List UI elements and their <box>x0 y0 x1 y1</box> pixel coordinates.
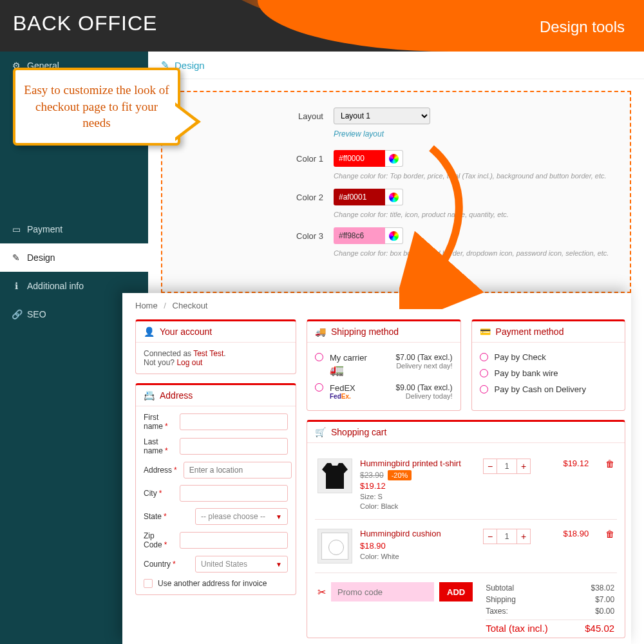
payment-option[interactable]: Pay by Check <box>480 349 618 365</box>
firstname-input[interactable] <box>180 413 288 430</box>
country-select[interactable]: United States▼ <box>195 556 288 573</box>
product-name[interactable]: Hummingbird printed t-shirt <box>360 459 475 468</box>
shipping-card: 🚚Shipping method My carrier 🚛 $7.00 (Tax… <box>307 319 461 411</box>
brush-icon: ✎ <box>12 252 21 263</box>
section-title: ✎ Design <box>148 52 644 79</box>
layout-label: Layout <box>278 111 323 121</box>
scissors-icon: ✂ <box>317 586 326 598</box>
preview-layout-link[interactable]: Preview layout <box>334 129 611 138</box>
remove-item-button[interactable]: 🗑 <box>605 459 614 469</box>
product-thumb <box>317 529 352 564</box>
address-input[interactable] <box>184 462 292 478</box>
color2-label: Color 2 <box>278 193 323 202</box>
sidebar-item-label: SEO <box>27 309 46 319</box>
rainbow-icon <box>389 231 399 241</box>
address-icon: 📇 <box>144 390 155 401</box>
card-icon: ▭ <box>12 224 21 234</box>
color1-input[interactable]: #ff0000 <box>334 150 385 167</box>
color3-label: Color 3 <box>278 231 323 241</box>
zip-input[interactable] <box>180 532 288 549</box>
color2-help: Change color for: title, icon, product n… <box>334 211 611 218</box>
address-card: 📇 Address First name* Last name* Address… <box>135 383 296 595</box>
discount-badge: -20% <box>388 470 412 480</box>
payment-option[interactable]: Pay by bank wire <box>480 365 618 381</box>
promo-add-button[interactable]: ADD <box>439 582 473 601</box>
qty-value: 1 <box>497 459 516 474</box>
line-total: $18.90 <box>550 529 589 538</box>
line-total: $19.12 <box>550 459 589 468</box>
qty-plus-button[interactable]: + <box>516 529 531 544</box>
sidebar-item-label: Design <box>27 252 55 263</box>
remove-item-button[interactable]: 🗑 <box>605 529 614 539</box>
city-input[interactable] <box>180 485 288 502</box>
product-name[interactable]: Hummingbird cushion <box>360 529 475 538</box>
rainbow-icon <box>389 193 399 202</box>
sidebar-item-design[interactable]: ✎ Design <box>0 243 148 272</box>
address-title: Address <box>160 390 193 401</box>
chevron-down-icon: ▼ <box>276 513 282 520</box>
qty-plus-button[interactable]: + <box>516 459 531 474</box>
layout-select[interactable]: Layout 1 <box>334 108 430 124</box>
state-select[interactable]: -- please choose --▼ <box>195 508 288 525</box>
cart-title: Shopping cart <box>331 427 386 437</box>
color1-label: Color 1 <box>278 154 323 164</box>
design-settings: Layout Layout 1 Preview layout Color 1 #… <box>161 91 631 293</box>
payment-card: 💳Payment method Pay by Check Pay by bank… <box>471 319 626 411</box>
truck-icon: 🚚 <box>315 327 326 337</box>
payment-title: Payment method <box>496 327 564 337</box>
payment-option[interactable]: Pay by Cash on Delivery <box>480 381 618 397</box>
info-icon: ℹ <box>12 281 21 291</box>
user-icon: 👤 <box>144 327 155 337</box>
banner-subtitle: Design tools <box>540 18 625 36</box>
callout-tooltip: Easy to customize the look of checkout p… <box>13 68 180 146</box>
qty-minus-button[interactable]: − <box>483 459 497 474</box>
carrier-icon: 🚛 <box>330 363 348 375</box>
shipping-title: Shipping method <box>331 327 399 337</box>
shipping-option[interactable]: FedEX FedEx. $9.00 (Tax excl.)Delivery t… <box>315 379 453 404</box>
sidebar-item-label: Additional info <box>27 281 84 291</box>
radio-icon <box>480 369 488 377</box>
logout-link[interactable]: Log out <box>176 358 202 367</box>
shipping-option[interactable]: My carrier 🚛 $7.00 (Tax excl.)Delivery n… <box>315 349 453 379</box>
notyou-label: Not you? <box>144 358 176 367</box>
sidebar-item-payment[interactable]: ▭ Payment <box>0 215 148 243</box>
radio-icon <box>315 353 323 361</box>
link-icon: 🔗 <box>12 309 21 319</box>
color3-picker-button[interactable] <box>385 227 403 244</box>
sidebar-item-label: Payment <box>27 224 62 234</box>
checkout-preview: Home / Checkout 👤 Your account Connected… <box>122 293 631 644</box>
alt-invoice-label: Use another address for invoice <box>158 579 267 588</box>
radio-icon <box>480 353 488 361</box>
lastname-input[interactable] <box>180 438 288 455</box>
account-card: 👤 Your account Connected as Test Test. N… <box>135 319 296 374</box>
qty-value: 1 <box>497 529 516 544</box>
qty-stepper: − 1 + <box>483 529 531 544</box>
cart-icon: 🛒 <box>315 427 326 437</box>
card-icon: 💳 <box>480 327 491 337</box>
qty-minus-button[interactable]: − <box>483 529 497 544</box>
breadcrumb-home[interactable]: Home <box>135 301 158 310</box>
chevron-down-icon: ▼ <box>276 561 282 568</box>
connected-as-label: Connected as <box>144 349 193 358</box>
color3-help: Change color for: box border, field bord… <box>334 249 611 257</box>
color3-input[interactable]: #ff98c6 <box>334 227 385 244</box>
breadcrumb: Home / Checkout <box>135 301 618 310</box>
qty-stepper: − 1 + <box>483 459 531 474</box>
color2-picker-button[interactable] <box>385 189 403 205</box>
promo-input[interactable] <box>331 582 434 601</box>
rainbow-icon <box>389 154 399 164</box>
banner: BACK OFFICE Design tools <box>0 0 644 52</box>
account-user: Test Test <box>193 349 223 358</box>
cart-totals: Subtotal$38.02 Shipping$7.00 Taxes:$0.00… <box>486 582 614 635</box>
color2-input[interactable]: #af0001 <box>334 189 385 205</box>
color1-picker-button[interactable] <box>385 150 403 167</box>
fedex-icon: FedEx. <box>330 393 355 400</box>
cart-item: Hummingbird cushion $18.90 Color: White … <box>315 520 617 573</box>
radio-icon <box>480 385 488 393</box>
cart-card: 🛒Shopping cart Hummingbird printed t-shi… <box>307 420 625 638</box>
alt-invoice-checkbox[interactable] <box>144 579 153 588</box>
product-thumb <box>317 459 352 493</box>
color1-help: Change color for: Top border, price, tot… <box>334 172 611 180</box>
radio-icon <box>315 383 323 392</box>
breadcrumb-checkout: Checkout <box>173 301 208 310</box>
